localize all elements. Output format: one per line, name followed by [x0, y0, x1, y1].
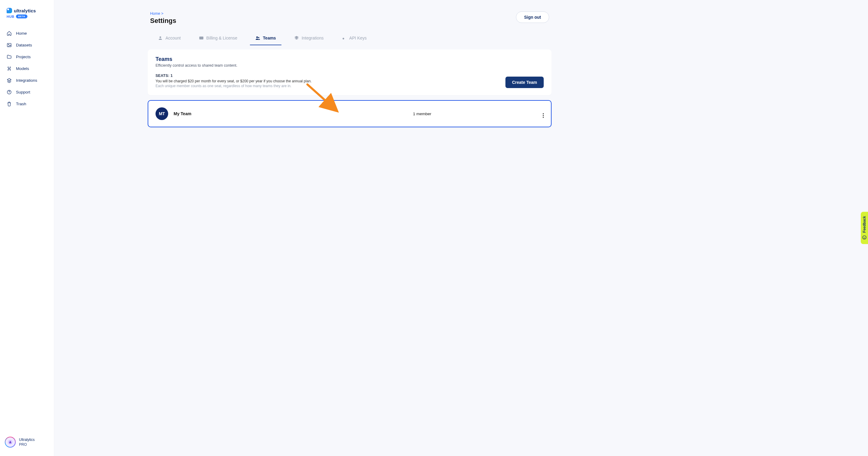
create-team-button[interactable]: Create Team: [505, 77, 544, 88]
sidebar-item-projects[interactable]: Projects: [0, 51, 54, 63]
teams-panel: Teams Efficiently control access to shar…: [148, 50, 552, 95]
brand-logo: ultralytics HUB BETA: [0, 7, 54, 26]
tab-billing[interactable]: Billing & License: [198, 32, 239, 45]
user-icon: [158, 36, 163, 40]
team-name: My Team: [174, 111, 191, 116]
feedback-tab[interactable]: Feedback: [861, 212, 868, 244]
svg-point-5: [159, 36, 161, 38]
breadcrumb[interactable]: Home >: [150, 11, 176, 16]
main-content: Home > Settings Sign out Account Billing…: [54, 0, 868, 456]
svg-rect-0: [7, 44, 11, 47]
tab-teams[interactable]: Teams: [254, 32, 277, 45]
user-line2: PRO: [19, 442, 35, 447]
tab-label: API Keys: [349, 36, 367, 40]
svg-point-9: [258, 37, 259, 38]
layers-icon: [7, 78, 12, 83]
tab-label: Billing & License: [207, 36, 238, 40]
sidebar-item-models[interactable]: Models: [0, 63, 54, 75]
sidebar-item-label: Home: [16, 31, 27, 36]
sidebar-item-label: Models: [16, 66, 29, 71]
sidebar-item-label: Projects: [16, 55, 31, 59]
user-avatar-ring: [5, 437, 16, 448]
page-title: Settings: [150, 17, 176, 25]
svg-point-12: [863, 236, 866, 239]
svg-point-1: [8, 44, 9, 45]
svg-point-10: [342, 38, 344, 39]
team-members-count: 1 member: [311, 112, 533, 116]
team-card[interactable]: MT My Team 1 member: [148, 100, 552, 127]
billing-hint: You will be charged $20 per month for ev…: [156, 79, 312, 83]
team-actions-button[interactable]: [533, 110, 544, 118]
brand-beta-badge: BETA: [16, 15, 27, 19]
teams-subtitle: Efficiently control access to shared tea…: [156, 63, 544, 67]
folder-icon: [7, 54, 12, 59]
kebab-icon: [543, 113, 544, 118]
billing-hint-2: Each unique member counts as one seat, r…: [156, 84, 312, 88]
teams-heading: Teams: [156, 56, 544, 62]
sidebar-item-support[interactable]: Support: [0, 86, 54, 98]
svg-point-3: [9, 93, 9, 93]
key-icon: [342, 36, 347, 40]
svg-point-8: [256, 36, 258, 38]
brand-name: ultralytics: [14, 8, 36, 13]
trash-icon: [7, 101, 12, 107]
tab-label: Account: [165, 36, 181, 40]
sidebar-item-datasets[interactable]: Datasets: [0, 39, 54, 51]
tab-api-keys[interactable]: API Keys: [341, 32, 368, 45]
home-icon: [7, 31, 12, 36]
sidebar-item-label: Integrations: [16, 78, 37, 83]
help-icon: [7, 90, 12, 95]
sidebar-item-trash[interactable]: Trash: [0, 98, 54, 110]
sidebar-nav: Home Datasets Projects Models Integratio…: [0, 26, 54, 434]
sidebar-item-home[interactable]: Home: [0, 27, 54, 39]
team-icon: [255, 36, 260, 40]
sign-out-button[interactable]: Sign out: [516, 11, 549, 23]
feedback-label: Feedback: [862, 216, 867, 232]
team-avatar: MT: [156, 107, 168, 120]
sidebar-item-integrations[interactable]: Integrations: [0, 75, 54, 86]
tab-account[interactable]: Account: [157, 32, 182, 45]
command-icon: [7, 66, 12, 71]
sidebar-item-label: Support: [16, 90, 30, 94]
sidebar-item-label: Datasets: [16, 43, 32, 47]
image-icon: [7, 42, 12, 48]
logo-mark-icon: [7, 8, 12, 13]
sidebar-user[interactable]: Ultralytics PRO: [0, 434, 54, 451]
tab-label: Teams: [263, 36, 276, 40]
user-line1: Ultralytics: [19, 437, 35, 442]
settings-tabs: Account Billing & License Teams Integrat…: [148, 32, 552, 45]
sidebar: ultralytics HUB BETA Home Datasets Proje…: [0, 0, 54, 456]
card-icon: [199, 36, 204, 40]
brand-hub-label: HUB: [7, 15, 14, 19]
svg-point-14: [865, 237, 865, 237]
tab-label: Integrations: [302, 36, 324, 40]
sidebar-item-label: Trash: [16, 102, 26, 106]
layers-icon: [294, 36, 299, 40]
user-meta: Ultralytics PRO: [19, 437, 35, 447]
svg-rect-7: [199, 37, 203, 38]
tab-integrations[interactable]: Integrations: [293, 32, 325, 45]
avatar-icon: [7, 439, 13, 445]
smile-icon: [862, 235, 867, 240]
seats-label: SEATS: 1: [156, 74, 312, 78]
